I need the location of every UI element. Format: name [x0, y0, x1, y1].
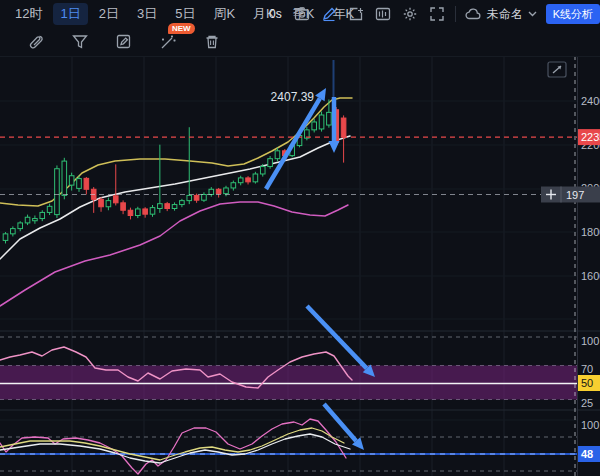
- fullscreen-icon[interactable]: [428, 5, 446, 23]
- candle-body: [11, 229, 16, 234]
- candle-body: [172, 205, 177, 209]
- add-pane-icon[interactable]: [347, 5, 365, 23]
- top-toolbar: 12时1日2日3日5日周K月K季K年K 0s: [0, 0, 600, 29]
- candle-body: [25, 217, 30, 223]
- candle-body: [187, 195, 192, 200]
- document-name: 未命名: [487, 6, 523, 23]
- chart-background: [0, 0, 600, 476]
- kline-chart-canvas[interactable]: 2400220020001800160010070251002407.39223…: [0, 0, 600, 476]
- candle-body: [253, 174, 258, 182]
- camera-icon[interactable]: [293, 5, 311, 23]
- timeframe-tab-周K[interactable]: 周K: [206, 3, 242, 25]
- rsi-tick-label: 100: [581, 335, 599, 347]
- candle-body: [40, 212, 45, 218]
- candle-body: [47, 206, 52, 212]
- settings-gear-icon[interactable]: [401, 5, 419, 23]
- candle-body: [158, 204, 163, 209]
- toolbar-right-cluster: 0s: [269, 0, 600, 28]
- candle-body: [106, 201, 111, 207]
- document-name-menu[interactable]: 未命名: [465, 6, 537, 23]
- candle-body: [231, 183, 236, 188]
- candle-body: [194, 195, 199, 200]
- kline-analysis-button[interactable]: K线分析: [546, 4, 600, 24]
- price-tick-label: 2400: [581, 95, 600, 107]
- timeframe-tab-3日[interactable]: 3日: [130, 3, 164, 25]
- brush-tool-icon[interactable]: [26, 32, 46, 52]
- candle-body: [77, 179, 82, 189]
- candle-body: [150, 208, 155, 215]
- candle-body: [224, 188, 229, 194]
- candle-body: [121, 203, 126, 210]
- candle-body: [312, 122, 317, 130]
- price-tick-label: 1600: [581, 270, 600, 282]
- crosshair-price-text: 197: [566, 189, 584, 201]
- candle-body: [260, 167, 265, 174]
- filter-funnel-icon[interactable]: [70, 32, 90, 52]
- candle-body: [136, 209, 141, 216]
- candle-body: [128, 210, 133, 215]
- candle-body: [275, 151, 280, 159]
- candle-body: [3, 234, 8, 241]
- timeframe-tab-1日[interactable]: 1日: [53, 3, 87, 25]
- magic-wand-icon[interactable]: NEW: [158, 32, 178, 52]
- candle-body: [238, 178, 243, 183]
- candle-body: [246, 178, 251, 182]
- chevron-down-icon: [528, 11, 537, 17]
- timeframe-tab-12时[interactable]: 12时: [8, 3, 49, 25]
- candle-body: [216, 189, 221, 193]
- candle-body: [69, 176, 74, 185]
- candle-body: [319, 115, 324, 129]
- rsi2-tick-label: 100: [581, 419, 599, 431]
- new-feature-badge: NEW: [168, 23, 195, 34]
- candle-body: [33, 219, 38, 221]
- candle-body: [62, 161, 67, 195]
- candle-body: [268, 159, 273, 167]
- peak-price-label: 2407.39: [271, 90, 315, 104]
- rsi-tick-label: 70: [581, 363, 593, 375]
- trash-icon[interactable]: [202, 32, 222, 52]
- candle-body: [341, 118, 346, 137]
- candle-body: [202, 195, 207, 201]
- candle-body: [143, 209, 148, 214]
- candle-body: [18, 223, 23, 229]
- candle-body: [180, 201, 185, 205]
- note-edit-icon[interactable]: [114, 32, 134, 52]
- rsi-purple-band: [0, 366, 577, 400]
- timeframe-tab-2日[interactable]: 2日: [92, 3, 126, 25]
- toolbar-divider: [455, 6, 456, 22]
- drawing-toolbar: NEW: [0, 28, 600, 57]
- rsi-tick-label: 25: [581, 397, 593, 409]
- candle-body: [99, 199, 104, 206]
- rsi-value-badge-text: 50: [581, 377, 593, 389]
- candle-body: [209, 189, 214, 194]
- chart-snapshot-icon[interactable]: [374, 5, 392, 23]
- timeframe-tab-5日[interactable]: 5日: [168, 3, 202, 25]
- current-price-badge-text: 2235: [581, 131, 600, 143]
- candle-body: [113, 196, 118, 203]
- draw-pencil-icon[interactable]: [320, 5, 338, 23]
- candle-body: [55, 169, 60, 215]
- candle-body: [327, 112, 332, 125]
- rsi2-value-badge-text: 48: [581, 448, 593, 460]
- cloud-icon: [465, 7, 482, 21]
- candle-body: [165, 204, 170, 209]
- price-tick-label: 1800: [581, 226, 600, 238]
- candle-body: [84, 178, 89, 189]
- countdown-timer: 0s: [269, 7, 282, 21]
